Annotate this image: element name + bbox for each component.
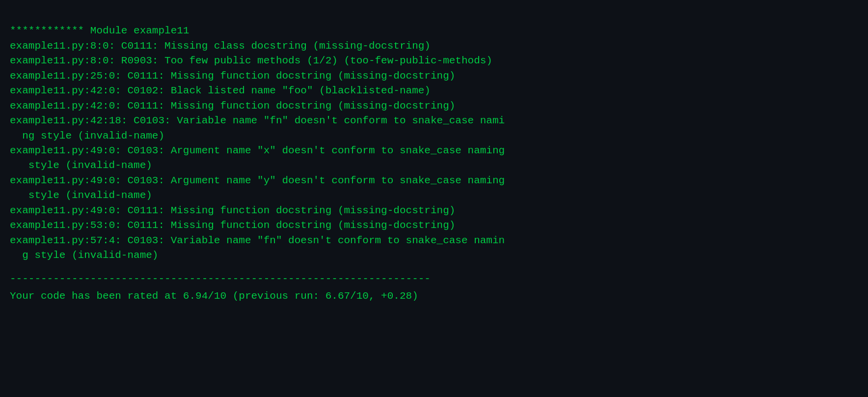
terminal-line-line10: example11.py:53:0: C0111: Missing functi…: [10, 218, 858, 233]
terminal-line-separator: ----------------------------------------…: [10, 272, 858, 286]
terminal-line-line9: example11.py:49:0: C0111: Missing functi…: [10, 203, 858, 218]
terminal-line-line3: example11.py:25:0: C0111: Missing functi…: [10, 69, 858, 84]
terminal-line-line7a: example11.py:49:0: C0103: Argument name …: [10, 143, 858, 158]
terminal-line-rating: Your code has been rated at 6.94/10 (pre…: [10, 289, 858, 304]
terminal-line-line6a: example11.py:42:18: C0103: Variable name…: [10, 113, 858, 128]
terminal-line-line11b: g style (invalid-name): [10, 248, 858, 263]
terminal-line-line11a: example11.py:57:4: C0103: Variable name …: [10, 233, 858, 248]
terminal-line-line2: example11.py:8:0: R0903: Too few public …: [10, 54, 858, 68]
terminal-line-line5: example11.py:42:0: C0111: Missing functi…: [10, 99, 858, 113]
terminal-line-line7b: style (invalid-name): [10, 158, 858, 173]
terminal-line-line8a: example11.py:49:0: C0103: Argument name …: [10, 173, 858, 188]
terminal-line-line1: example11.py:8:0: C0111: Missing class d…: [10, 39, 858, 54]
terminal-output: ************ Module example11example11.p…: [0, 0, 868, 397]
terminal-line-line6b: ng style (invalid-name): [10, 129, 858, 143]
terminal-line-line8b: style (invalid-name): [10, 188, 858, 203]
terminal-line-line4: example11.py:42:0: C0102: Black listed n…: [10, 84, 858, 98]
terminal-line-header: ************ Module example11: [10, 24, 858, 38]
